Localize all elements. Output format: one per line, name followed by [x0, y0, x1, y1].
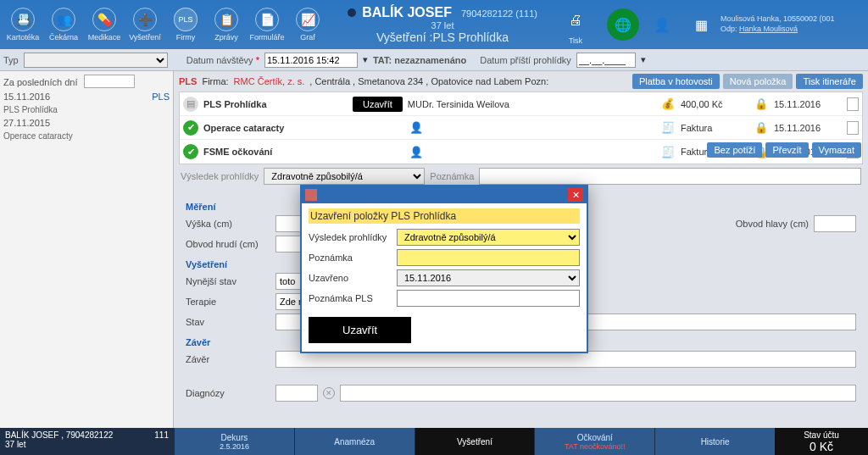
dialog-titlebar[interactable]: ✕: [302, 186, 587, 203]
modal-overlay: ✕ Uzavření položky PLS Prohlídka Výslede…: [0, 0, 868, 455]
dialog-pls-note-input[interactable]: [397, 290, 580, 307]
close-icon[interactable]: ✕: [568, 188, 583, 202]
dialog-heading: Uzavření položky PLS Prohlídka: [309, 208, 580, 224]
dialog-note-input[interactable]: [397, 249, 580, 266]
dialog-icon: [305, 189, 317, 201]
dialog-result-select[interactable]: Zdravotně způsobilý/á: [397, 229, 580, 246]
dialog-closed-date-select[interactable]: 15.11.2016: [397, 269, 580, 286]
close-item-dialog: ✕ Uzavření položky PLS Prohlídka Výslede…: [300, 185, 588, 353]
dialog-close-button[interactable]: Uzavřít: [309, 317, 411, 343]
